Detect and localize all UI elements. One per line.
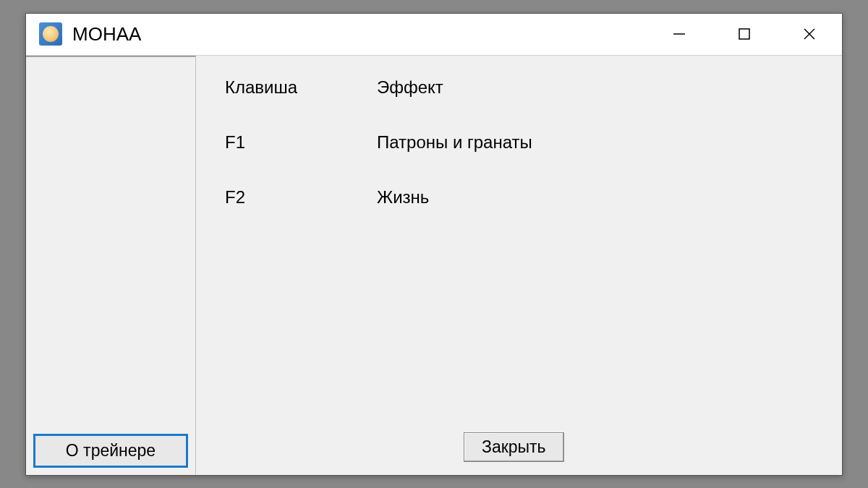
sidebar: О трейнере bbox=[26, 56, 196, 475]
header-key: Клавиша bbox=[225, 77, 377, 98]
close-icon bbox=[802, 27, 817, 41]
table-header-row: Клавиша Эффект bbox=[225, 77, 827, 98]
cell-key: F1 bbox=[225, 132, 377, 153]
window-title: MOHAA bbox=[72, 23, 647, 46]
table-row: F2 Жизнь bbox=[225, 187, 827, 207]
maximize-icon bbox=[738, 27, 751, 40]
content-panel: Клавиша Эффект F1 Патроны и гранаты F2 Ж… bbox=[196, 56, 842, 475]
window-close-button[interactable] bbox=[777, 14, 842, 55]
header-effect: Эффект bbox=[377, 77, 827, 98]
cell-key: F2 bbox=[225, 187, 377, 207]
close-button[interactable]: Закрыть bbox=[464, 432, 564, 462]
minimize-button[interactable] bbox=[647, 14, 712, 55]
svg-rect-1 bbox=[739, 29, 749, 39]
hotkey-table: Клавиша Эффект F1 Патроны и гранаты F2 Ж… bbox=[225, 77, 827, 461]
cell-effect: Патроны и гранаты bbox=[377, 132, 827, 153]
app-icon bbox=[39, 22, 62, 46]
table-row: F1 Патроны и гранаты bbox=[225, 132, 827, 153]
minimize-icon bbox=[672, 27, 686, 41]
body-area: О трейнере Клавиша Эффект F1 Патроны и г… bbox=[26, 56, 842, 475]
app-window: MOHAA О трейнере bbox=[25, 13, 843, 476]
cell-effect: Жизнь bbox=[377, 187, 827, 207]
window-controls bbox=[647, 14, 842, 55]
sidebar-spacer bbox=[26, 57, 195, 429]
titlebar: MOHAA bbox=[26, 14, 842, 56]
maximize-button[interactable] bbox=[712, 14, 777, 55]
about-button[interactable]: О трейнере bbox=[33, 434, 188, 468]
